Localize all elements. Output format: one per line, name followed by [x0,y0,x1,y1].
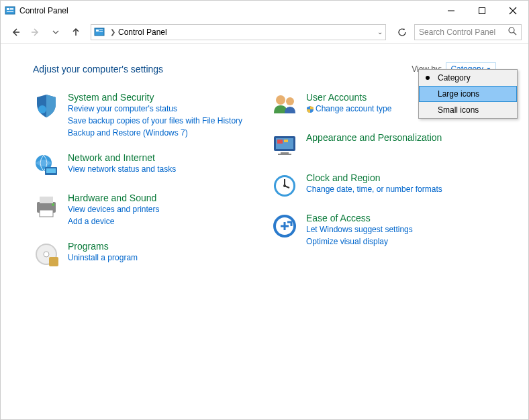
disc-icon [33,241,60,268]
svg-rect-3 [10,9,13,10]
maximize-button[interactable] [467,1,497,21]
category-title[interactable]: Network and Internet [68,152,155,163]
svg-rect-0 [5,7,15,14]
category-link[interactable]: View network status and tasks [68,163,176,175]
users-icon [271,92,298,119]
dropdown-item-large-icons[interactable]: Large icons [419,86,517,102]
svg-point-42 [283,185,286,187]
category-link[interactable]: Save backup copies of your files with Fi… [68,115,242,127]
printer-icon [33,193,60,219]
clock-icon [271,172,298,199]
category-programs: Programs Uninstall a program [33,241,258,268]
category-link[interactable]: Backup and Restore (Windows 7) [68,127,242,139]
search-placeholder: Search Control Panel [419,28,508,37]
address-bar[interactable]: ❯ Control Panel ⌄ [91,24,386,40]
minimize-button[interactable] [436,1,467,21]
dropdown-item-small-icons[interactable]: Small icons [419,102,517,118]
search-input[interactable]: Search Control Panel [414,24,522,40]
svg-rect-37 [278,154,291,155]
titlebar: Control Panel [1,1,528,21]
globe-icon [33,152,60,179]
svg-rect-24 [40,210,53,217]
category-title[interactable]: Ease of Access [306,213,371,223]
viewby-dropdown-menu: Category Large icons Small icons [418,69,518,119]
up-button[interactable] [68,24,84,40]
svg-rect-29 [49,257,58,266]
svg-rect-4 [7,11,13,12]
category-title[interactable]: Clock and Region [306,172,381,183]
svg-rect-21 [46,168,56,173]
svg-rect-13 [96,30,99,32]
category-clock-region: Clock and Region Change date, time, or n… [271,172,496,199]
right-column: User Accounts Change account type Appear… [271,92,496,281]
monitor-icon [271,132,298,159]
page-heading: Adjust your computer's settings [33,64,412,74]
category-hardware-sound: Hardware and Sound View devices and prin… [33,193,258,227]
svg-rect-35 [284,140,288,142]
search-icon [508,27,517,38]
svg-point-30 [276,95,285,105]
category-link[interactable]: Optimize visual display [306,235,413,248]
address-text: Control Panel [118,28,375,37]
svg-rect-23 [40,197,53,203]
recent-locations-button[interactable] [48,24,64,40]
svg-point-31 [286,97,294,105]
svg-rect-34 [277,140,283,144]
category-link[interactable]: Review your computer's status [68,103,242,115]
category-link[interactable]: Change account type [306,103,391,115]
category-title[interactable]: Programs [68,241,109,252]
dropdown-item-label: Small icons [438,105,479,115]
dropdown-item-label: Large icons [438,89,479,99]
category-appearance-personalization: Appearance and Personalization [271,132,496,159]
uac-shield-icon [306,105,314,113]
category-link[interactable]: View devices and printers [68,203,160,215]
svg-point-25 [52,203,54,206]
svg-line-17 [514,32,516,35]
category-system-security: System and Security Review your computer… [33,92,258,139]
address-icon [94,27,105,38]
category-link[interactable]: Uninstall a program [68,252,138,264]
refresh-button[interactable] [394,24,410,40]
svg-rect-1 [7,8,9,10]
control-panel-icon [5,5,15,16]
category-title[interactable]: Hardware and Sound [68,193,156,203]
category-title[interactable]: Appearance and Personalization [306,132,442,143]
dropdown-item-category[interactable]: Category [419,70,517,86]
svg-rect-6 [479,8,485,14]
close-button[interactable] [497,1,528,21]
selected-indicator-icon [426,76,430,80]
svg-rect-15 [99,31,103,32]
dropdown-item-label: Category [438,73,471,83]
left-column: System and Security Review your computer… [33,92,258,281]
svg-rect-14 [99,30,103,30]
window-title: Control Panel [19,6,436,15]
forward-button[interactable] [28,24,44,40]
svg-rect-36 [281,152,289,154]
category-link[interactable]: Let Windows suggest settings [306,223,413,235]
svg-rect-12 [95,28,104,36]
category-link[interactable]: Change date, time, or number formats [306,183,442,195]
address-dropdown-button[interactable]: ⌄ [377,28,383,36]
ease-of-access-icon [271,213,298,240]
svg-rect-2 [10,8,13,9]
content-area: Adjust your computer's settings View by:… [1,44,528,281]
svg-point-18 [38,105,46,113]
category-ease-of-access: Ease of Access Let Windows suggest setti… [271,213,496,248]
category-title[interactable]: User Accounts [306,92,367,103]
category-network-internet: Network and Internet View network status… [33,152,258,179]
chevron-right-icon[interactable]: ❯ [110,28,115,36]
navbar: ❯ Control Panel ⌄ Search Control Panel [1,21,528,44]
svg-point-28 [44,252,49,257]
svg-point-16 [509,28,514,33]
category-link[interactable]: Add a device [68,215,160,227]
category-title[interactable]: System and Security [68,92,154,103]
shield-icon [33,92,60,119]
back-button[interactable] [7,24,23,40]
